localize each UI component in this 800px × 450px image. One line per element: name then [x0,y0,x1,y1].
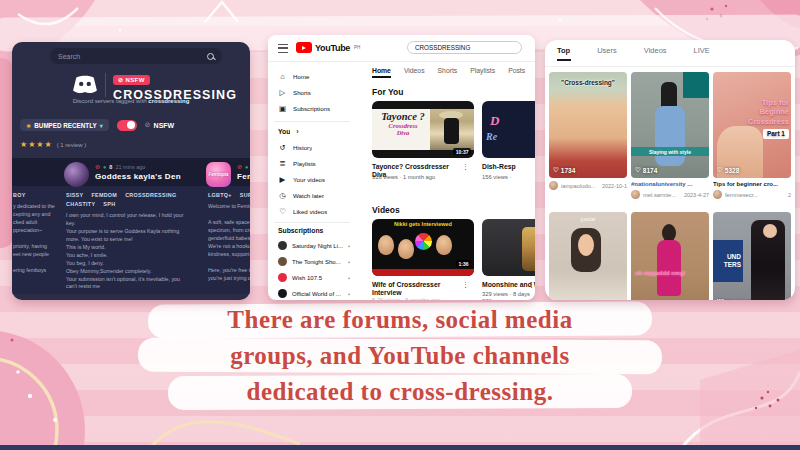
tab-videos[interactable]: Videos [404,67,425,78]
video-thumbnail[interactable]: 8:29 [482,219,535,276]
tiktok-video-card[interactable]: oh mygaddd omg! [631,212,709,300]
tab-videos[interactable]: Videos [644,46,667,61]
sidebar-item-liked-videos[interactable]: ♡ Liked videos [268,204,356,219]
tiktok-video-card[interactable]: UND TERS When you w... [713,212,791,300]
nsfw-icon: ⊘ [95,163,100,170]
thumbnail-banner [372,269,474,276]
server-card[interactable]: Femtopia ⊘ ● 19 Femto LGBTQ+ SUPPORT CRO… [199,158,250,294]
creator-row[interactable]: iampaolodo... 2022-10-1 [549,181,627,190]
thumbnail-person [763,224,777,238]
video-thumbnail[interactable]: Nikki gets Interviewed 1:36 [372,219,474,276]
sidebar-item-watch-later[interactable]: ◷ Watch later [268,188,356,203]
sidebar-item-history[interactable]: ↺ History [268,140,356,155]
video-thumbnail[interactable]: jusdai [549,212,627,300]
post-date: 2023-4-27 [684,192,709,198]
menu-icon[interactable] [278,44,288,53]
server-tags: LGBTQ+ SUPPORT CROSSDRESSING [208,192,250,198]
nsfw-badge: ⊘NSFW [113,75,150,85]
video-duration: 1:36 [456,260,471,267]
video-thumbnail[interactable]: oh mygaddd omg! [631,212,709,300]
for-you-header: For You [372,87,403,97]
review-count: ( 1 review ) [57,142,87,148]
kebab-menu-icon[interactable]: ⋮ [462,163,469,171]
tab-top[interactable]: Top [557,46,570,61]
like-count: ♡ 8174 [635,166,657,174]
tag-subtitle: Discord servers tagged with crossdressin… [12,98,250,104]
video-thumbnail[interactable]: Slaying with style ♡ 8174 [631,72,709,178]
kebab-menu-icon[interactable]: ⋮ [528,281,535,289]
sidebar-item-home[interactable]: ⌂ Home [268,69,356,84]
tab-shorts[interactable]: Shorts [438,67,458,78]
overlay-text: jusdai [549,216,627,222]
youtube-panel: YouTube PH CROSSDRESSING ⌂ Home ▷ Shorts… [268,35,535,300]
thumbnail-background [683,72,709,98]
tab-home[interactable]: Home [372,67,391,78]
toggle-knob [127,121,135,129]
chevron-right-icon: › [296,128,298,135]
sidebar-item-your-videos[interactable]: ▶ Your videos [268,172,356,187]
kebab-menu-icon[interactable]: ⋮ [462,281,469,289]
tiktok-video-card[interactable]: Slaying with style ♡ 8174 #nationalunive… [631,72,709,199]
video-caption[interactable]: Tips for beginner cro... [713,181,791,187]
sidebar-item-playlists[interactable]: ≣ Playlists [268,156,356,171]
channel-row[interactable]: Official World of ... • [268,286,356,300]
caret-down-icon: ▾ [100,122,103,129]
video-thumbnail[interactable]: Tips for Beginne Crossdress Part 1 ♡ 532… [713,72,791,178]
video-thumbnail[interactable]: UND TERS When you w... [713,212,791,300]
creator-row[interactable]: femmesecr... 2 [713,190,791,199]
tab-users[interactable]: Users [597,46,617,61]
pinwheel-graphic [415,233,432,250]
home-icon: ⌂ [278,72,287,81]
thumbnail-person [657,240,681,296]
bumped-recently-dropdown[interactable]: ∗ BUMPED RECENTLY ▾ [20,119,109,131]
server-description: Welcome to Femtop A soft, safe space spe… [208,203,250,283]
creator-row[interactable]: mel.sarmie... 2023-4-27 [631,190,709,199]
sidebar-item-shorts[interactable]: ▷ Shorts [268,85,356,100]
youtube-results: Home Videos Shorts Playlists Posts For Y… [356,61,535,300]
heart-icon: ♡ [717,166,723,174]
channel-row[interactable]: Saturday Night Li... • [268,238,356,253]
server-avatar: Femtopia [206,162,231,187]
server-description: I own your mind, I control your release,… [66,212,208,291]
tiktok-video-card[interactable]: "Cross-dressing" ♡ 1734 iampaolodo... 20… [549,72,627,190]
server-name[interactable]: Goddess kayla's Den [95,172,181,181]
youtube-search-input[interactable]: CROSSDRESSING [407,41,522,54]
video-meta: 156 views · [482,174,511,180]
discord-search-input[interactable]: Search [50,48,222,64]
channel-avatar [278,273,287,282]
sidebar-item-subscriptions[interactable]: ▣ Subscriptions [268,101,356,116]
region-code: PH [354,45,360,50]
video-title[interactable]: Dish-Resp [482,163,535,171]
tab-live[interactable]: LIVE [694,46,710,61]
youtube-logo[interactable]: YouTube PH [296,42,360,53]
tab-posts[interactable]: Posts [508,67,525,78]
server-card[interactable]: ⊘ ● 8 21 mins ago Goddess kayla's Den SI… [57,158,217,294]
divider [274,222,350,223]
creator-avatar [631,190,640,199]
thumbnail-person [430,109,474,150]
nsfw-toggle[interactable] [117,120,137,131]
nsfw-toggle-label: ⊘ NSFW [145,121,174,129]
channel-row[interactable]: Wish 107.5 • [268,270,356,285]
subscriptions-icon: ▣ [278,104,287,113]
heart-icon: ♡ [635,166,641,174]
sparkle-icon: ∗ [26,122,31,129]
search-icon[interactable] [207,53,214,60]
tiktok-video-card[interactable]: jusdai [549,212,627,300]
tiktok-video-card[interactable]: Tips for Beginne Crossdress Part 1 ♡ 532… [713,72,791,199]
tab-playlists[interactable]: Playlists [470,67,495,78]
video-thumbnail[interactable]: Tayonce ? Crossdress Diva 10:37 [372,101,474,158]
overlay-text: Slaying with style [631,147,709,156]
video-caption[interactable]: #nationaluniversity ... [631,181,709,187]
server-rating[interactable]: ★★★★ ( 1 review ) [20,140,86,149]
video-thumbnail[interactable]: "Cross-dressing" ♡ 1734 [549,72,627,178]
video-thumbnail[interactable]: D Re [482,101,535,158]
video-title[interactable]: Wife of Crossdresser Interview [372,281,460,298]
video-duration: 10:37 [453,148,471,155]
video-meta: 316 views · 1 month ago [372,174,435,180]
liked-videos-icon: ♡ [278,207,287,216]
server-name[interactable]: Femto [237,172,250,181]
sidebar-item-you[interactable]: You › [268,124,356,139]
channel-row[interactable]: The Tonight Sho... • [268,254,356,269]
subscriptions-header: Subscriptions [278,227,323,234]
